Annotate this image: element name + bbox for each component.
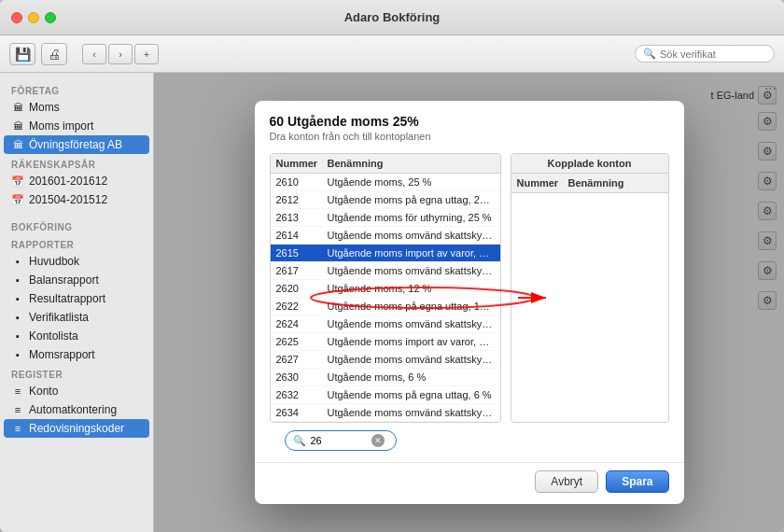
modal-search-box[interactable]: 🔍 ✕	[285, 430, 397, 451]
modal-title: 60 Utgående moms 25%	[270, 114, 669, 129]
sidebar-item-verifikatlista[interactable]: ▪ Verifikatlista	[0, 308, 153, 327]
table-row[interactable]: 2634 Utgående moms omvänd skattskyldi...	[271, 404, 500, 422]
number-col-header: Nummer	[276, 158, 328, 169]
clear-search-button[interactable]: ✕	[371, 434, 385, 447]
table-row[interactable]: 2613 Utgående moms för uthyrning, 25 %	[271, 209, 500, 227]
list-icon: ≡	[11, 423, 24, 434]
modal-footer: Avbryt Spara	[255, 462, 684, 504]
table-row[interactable]: 2625 Utgående moms import av varor, 12 %	[271, 333, 500, 351]
sidebar-item-kontolista[interactable]: ▪ Kontolista	[0, 327, 153, 345]
sidebar-item-label: Moms	[29, 101, 60, 114]
doc-icon: ▪	[11, 274, 24, 286]
linked-col-headers: Nummer Benämning	[511, 174, 668, 193]
sidebar-item-balansrapport[interactable]: ▪ Balansrapport	[0, 271, 153, 289]
search-input[interactable]	[660, 49, 766, 60]
table-row[interactable]: 2630 Utgående moms, 6 %	[271, 369, 500, 386]
linked-panel-title: Kopplade konton	[548, 158, 632, 169]
sidebar-item-year1[interactable]: 📅 201601-201612	[0, 172, 153, 190]
year-section-label: Räkenskapsår	[0, 154, 153, 172]
sidebar-item-momsrapport[interactable]: ▪ Momsrapport	[0, 345, 153, 364]
modal-search-input[interactable]	[311, 435, 367, 446]
print-toolbar-button[interactable]: 🖨	[41, 43, 67, 65]
table-row[interactable]: 2627 Utgående moms omvänd skattskyldi...	[271, 351, 500, 369]
modal-subtitle: Dra konton från och till kontoplanen	[270, 131, 669, 142]
accounts-panel-header: Nummer Benämning	[271, 154, 500, 174]
modal-header: 60 Utgående moms 25% Dra konton från och…	[255, 101, 684, 146]
toolbar: 💾 🖨 ‹ › + 🔍	[0, 35, 784, 73]
add-button[interactable]: +	[134, 44, 159, 64]
sidebar-item-label: 201601-201612	[29, 175, 107, 188]
name-col-header: Benämning	[328, 158, 495, 169]
linked-accounts-panel: Kopplade konton Nummer Benämning	[511, 153, 669, 423]
list-icon: ≡	[11, 385, 24, 397]
table-row[interactable]: 2610 Utgående moms, 25 %	[271, 174, 500, 191]
search-icon: 🔍	[293, 435, 306, 447]
minimize-button[interactable]	[28, 12, 39, 23]
nav-buttons: ‹ › +	[82, 44, 159, 64]
company-icon: 🏛	[11, 139, 24, 150]
search-icon: 🔍	[643, 48, 656, 60]
bokforing-label: BOKFÖRING	[0, 217, 153, 234]
sidebar-item-year2[interactable]: 📅 201504-201512	[0, 190, 153, 209]
modal-body: Nummer Benämning 2610 Utgående moms, 25 …	[255, 146, 684, 430]
company-icon: 🏛	[11, 102, 24, 113]
doc-icon: ▪	[11, 256, 24, 267]
sidebar-item-huvudbok[interactable]: ▪ Huvudbok	[0, 252, 153, 271]
company-icon: 🏛	[11, 120, 24, 132]
sidebar: Företag 🏛 Moms 🏛 Moms import 🏛 Övningsfö…	[0, 73, 154, 532]
table-row[interactable]: 2617 Utgående moms omvänd skattskyldi...	[271, 262, 500, 280]
account-list: 2610 Utgående moms, 25 % 2612 Utgående m…	[271, 174, 500, 422]
table-row[interactable]: 2620 Utgående moms, 12 %	[271, 280, 500, 298]
title-bar: Adaro Bokföring	[0, 0, 784, 35]
accounts-panel: Nummer Benämning 2610 Utgående moms, 25 …	[270, 153, 501, 423]
sidebar-item-label: 201504-201512	[29, 193, 107, 206]
sidebar-item-konto[interactable]: ≡ Konto	[0, 382, 153, 400]
table-row[interactable]: 2632 Utgående moms på egna uttag, 6 %	[271, 386, 500, 404]
table-row[interactable]: 2612 Utgående moms på egna uttag, 25 %	[271, 191, 500, 209]
app-window: Adaro Bokföring 💾 🖨 ‹ › + 🔍 Företag 🏛 Mo…	[0, 0, 784, 532]
account-modal: 60 Utgående moms 25% Dra konton från och…	[255, 101, 684, 504]
table-row-selected[interactable]: 2615 Utgående moms import av varor, 25 %	[271, 245, 500, 262]
sidebar-item-resultatrapport[interactable]: ▪ Resultatrapport	[0, 289, 153, 308]
sidebar-item-moms[interactable]: 🏛 Moms	[0, 98, 153, 117]
calendar-icon: 📅	[11, 175, 24, 188]
modal-overlay: 60 Utgående moms 25% Dra konton från och…	[154, 73, 784, 532]
doc-icon: ▪	[11, 330, 24, 342]
close-button[interactable]	[11, 12, 22, 23]
modal-search-area: 🔍 ✕	[255, 430, 684, 462]
sidebar-item-label: Moms import	[29, 119, 93, 133]
company-section-label: Företag	[0, 80, 153, 98]
back-button[interactable]: ‹	[82, 44, 106, 64]
table-row[interactable]: 2622 Utgående moms på egna uttag, 12 %	[271, 298, 500, 315]
traffic-lights	[11, 12, 56, 23]
linked-number-header: Nummer	[517, 177, 568, 189]
window-title: Adaro Bokföring	[344, 10, 441, 24]
cancel-button[interactable]: Avbryt	[535, 470, 598, 493]
doc-icon: ▪	[11, 293, 24, 304]
forward-button[interactable]: ›	[108, 44, 133, 64]
calendar-icon: 📅	[11, 194, 24, 206]
search-box[interactable]: 🔍	[635, 45, 775, 63]
rapporter-label: RAPPORTER	[0, 234, 153, 252]
main-content: Företag 🏛 Moms 🏛 Moms import 🏛 Övningsfö…	[0, 73, 784, 532]
sidebar-item-redovisningskoder[interactable]: ≡ Redovisningskoder	[4, 419, 149, 438]
table-row[interactable]: 2614 Utgående moms omvänd skattskyldi...	[271, 227, 500, 245]
save-toolbar-button[interactable]: 💾	[9, 43, 35, 65]
doc-icon: ▪	[11, 349, 24, 360]
right-area: t EG-land ⚙ ⚙ ⚙ ⚙ ⚙ ⚙	[154, 73, 784, 532]
register-label: REGISTER	[0, 364, 153, 382]
sidebar-item-automatkontering[interactable]: ≡ Automatkontering	[0, 400, 153, 419]
sidebar-item-label: Övningsföretag AB	[29, 138, 122, 151]
sidebar-item-moms-import[interactable]: 🏛 Moms import	[0, 117, 153, 135]
sidebar-item-ovningsforetag[interactable]: 🏛 Övningsföretag AB	[4, 135, 149, 154]
list-icon: ≡	[11, 404, 24, 415]
table-row[interactable]: 2624 Utgående moms omvänd skattskyldi...	[271, 315, 500, 333]
maximize-button[interactable]	[45, 12, 56, 23]
linked-account-list	[511, 193, 668, 422]
save-button[interactable]: Spara	[606, 470, 668, 493]
linked-name-header: Benämning	[568, 177, 663, 189]
doc-icon: ▪	[11, 312, 24, 323]
